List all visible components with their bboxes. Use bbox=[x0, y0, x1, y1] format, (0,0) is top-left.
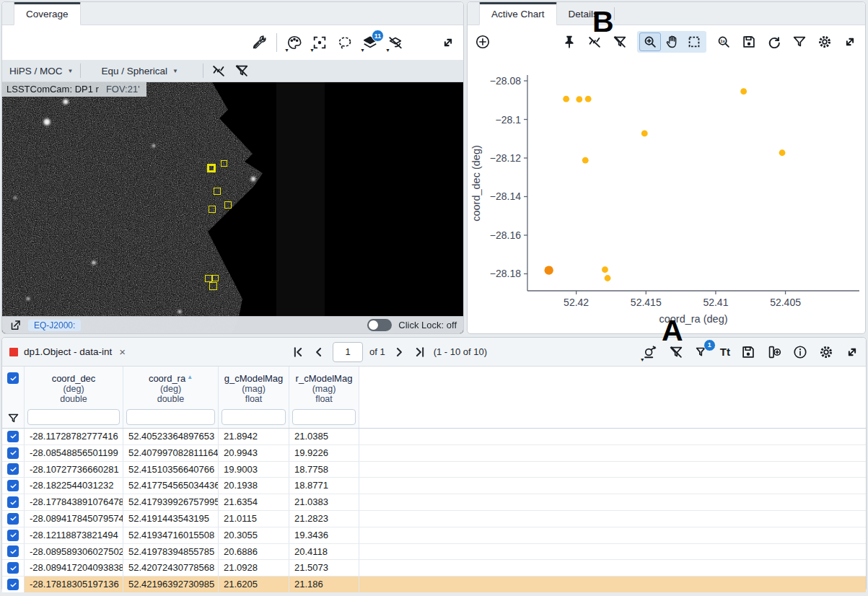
pan-icon[interactable] bbox=[662, 33, 683, 51]
source-marker[interactable] bbox=[209, 206, 216, 213]
projection-dropdown[interactable]: Equ / Spherical ▼ bbox=[101, 66, 177, 76]
row-checkbox[interactable] bbox=[7, 545, 19, 557]
center-on-target-icon[interactable]: ▼ bbox=[312, 35, 328, 51]
color-palette-icon[interactable]: ▼ bbox=[286, 35, 302, 51]
scatter-chart[interactable]: −28.08−28.1−28.12−28.14−28.16−28.18 52.4… bbox=[468, 58, 865, 333]
save-icon[interactable] bbox=[740, 344, 756, 360]
cell-coord_dec: -28.10727736660281 bbox=[25, 462, 123, 478]
first-page-icon[interactable] bbox=[291, 345, 305, 359]
row-checkbox[interactable] bbox=[7, 579, 19, 590]
cell-coord_dec: -28.12118873821494 bbox=[25, 527, 123, 543]
scatter-point[interactable] bbox=[563, 96, 569, 102]
source-marker[interactable] bbox=[221, 160, 227, 167]
subbar-divider bbox=[203, 63, 203, 78]
scatter-point[interactable] bbox=[544, 266, 553, 274]
pin-icon[interactable] bbox=[561, 34, 577, 50]
save-icon[interactable] bbox=[741, 34, 757, 50]
add-column-icon[interactable] bbox=[766, 344, 782, 360]
source-marker[interactable] bbox=[224, 201, 232, 209]
source-marker[interactable] bbox=[209, 282, 217, 290]
add-chart-icon[interactable] bbox=[475, 34, 491, 50]
table-row[interactable]: -28.08941784507957452.419144354319521.01… bbox=[2, 511, 866, 527]
layers-off-icon[interactable]: ▼ bbox=[387, 35, 403, 51]
scatter-point[interactable] bbox=[582, 157, 589, 164]
table-row[interactable]: -28.08958930602750252.4197839485578520.6… bbox=[2, 544, 866, 561]
source-marker[interactable] bbox=[214, 188, 221, 195]
settings-gear-icon[interactable] bbox=[818, 344, 834, 360]
filter-icon[interactable] bbox=[792, 34, 807, 50]
data-products-icon[interactable]: ▼ bbox=[642, 344, 658, 360]
overlay-off-icon[interactable] bbox=[211, 63, 227, 79]
table-row[interactable]: -28.17784389107647852.41793992675799521.… bbox=[2, 494, 866, 511]
expand-icon[interactable] bbox=[844, 344, 860, 360]
filter-off-icon[interactable] bbox=[612, 34, 628, 50]
row-checkbox[interactable] bbox=[7, 431, 19, 442]
restore-icon[interactable] bbox=[766, 34, 782, 50]
column-header-coord_dec[interactable]: coord_dec(deg)double bbox=[25, 367, 123, 408]
tab-active-chart[interactable]: Active Chart bbox=[479, 2, 557, 25]
source-marker[interactable] bbox=[212, 275, 219, 281]
last-page-icon[interactable] bbox=[413, 345, 427, 359]
column-header-r_cModelMag[interactable]: r_cModelMag(mag)float bbox=[289, 367, 359, 408]
filter-icon[interactable] bbox=[7, 412, 19, 424]
expand-icon[interactable] bbox=[842, 34, 858, 50]
filter-input-coord_ra[interactable] bbox=[126, 409, 215, 425]
row-checkbox[interactable] bbox=[7, 372, 19, 384]
table-row[interactable]: -28.08941720409383852.4207243077856821.0… bbox=[2, 560, 866, 577]
data-points[interactable] bbox=[544, 88, 785, 281]
settings-gear-icon[interactable] bbox=[817, 34, 833, 50]
page-input[interactable] bbox=[333, 342, 363, 362]
row-checkbox[interactable] bbox=[7, 530, 19, 541]
info-icon[interactable] bbox=[792, 344, 808, 360]
chevron-down-icon: ▼ bbox=[360, 48, 365, 53]
prev-page-icon[interactable] bbox=[312, 345, 326, 359]
cell-coord_dec: -28.089417845079574 bbox=[25, 511, 123, 527]
scatter-point[interactable] bbox=[740, 88, 747, 95]
zoom-original-icon[interactable]: 1x bbox=[716, 34, 732, 50]
table-row[interactable]: -28.1072773666028152.4151035664076619.90… bbox=[2, 462, 866, 478]
close-icon[interactable]: × bbox=[118, 346, 127, 358]
table-row[interactable]: -28.1781830519713652.4219639273098521.62… bbox=[2, 577, 866, 593]
table-row[interactable]: -28.1172878277741652.4052336489765321.89… bbox=[2, 429, 866, 445]
tab-coverage[interactable]: Coverage bbox=[14, 2, 81, 25]
row-checkbox[interactable] bbox=[7, 447, 19, 459]
column-header-coord_ra[interactable]: coord_ra▲(deg)double bbox=[123, 367, 219, 408]
scatter-point[interactable] bbox=[605, 275, 611, 281]
scatter-point[interactable] bbox=[576, 96, 582, 102]
scatter-point[interactable] bbox=[779, 149, 786, 156]
filter-input-r_cModelMag[interactable] bbox=[292, 409, 356, 425]
source-marker[interactable] bbox=[205, 275, 212, 282]
table-row[interactable]: -28.182254403123252.41775456503443620.19… bbox=[2, 478, 866, 494]
zoom-in-icon[interactable] bbox=[639, 32, 661, 51]
table-row[interactable]: -28.0854885650119952.40799708281116420.9… bbox=[2, 445, 866, 462]
box-select-icon[interactable] bbox=[684, 33, 704, 51]
next-page-icon[interactable] bbox=[392, 345, 406, 359]
table-row[interactable]: -28.1211887382149452.4193471601550820.30… bbox=[2, 527, 866, 544]
row-checkbox[interactable] bbox=[7, 513, 19, 525]
cell-coord_dec: -28.08548856501199 bbox=[25, 445, 123, 461]
row-checkbox[interactable] bbox=[7, 463, 19, 475]
cell-coord_dec: -28.1822544031232 bbox=[25, 478, 123, 494]
filters-applied-icon[interactable]: 1 bbox=[694, 344, 710, 360]
filter-input-g_cModelMag[interactable] bbox=[222, 409, 286, 425]
filter-input-coord_dec[interactable] bbox=[27, 409, 120, 425]
row-checkbox[interactable] bbox=[7, 496, 19, 508]
cell-coord_ra: 52.41934716015508 bbox=[123, 527, 219, 543]
row-checkbox[interactable] bbox=[7, 480, 19, 491]
tools-icon[interactable] bbox=[251, 35, 267, 51]
column-header-g_cModelMag[interactable]: g_cModelMag(mag)float bbox=[219, 367, 289, 408]
filter-off-icon[interactable] bbox=[234, 63, 250, 79]
scatter-point[interactable] bbox=[602, 266, 608, 273]
text-view-icon[interactable]: Tt bbox=[720, 346, 730, 358]
select-region-icon[interactable] bbox=[337, 35, 353, 51]
source-marker[interactable] bbox=[207, 164, 216, 172]
scatter-point[interactable] bbox=[641, 131, 648, 137]
layers-icon[interactable]: 11 ▼ bbox=[362, 35, 378, 51]
hips-moc-dropdown[interactable]: HiPS / MOC ▼ bbox=[9, 66, 73, 76]
scatter-point[interactable] bbox=[585, 96, 592, 102]
click-lock-toggle[interactable] bbox=[367, 319, 392, 331]
external-link-icon[interactable] bbox=[9, 319, 22, 332]
row-checkbox[interactable] bbox=[7, 562, 19, 574]
sky-image-viewer[interactable]: LSSTComCam: DP1 r FOV:21' EQ-J2000: Clic… bbox=[2, 82, 463, 333]
expand-icon[interactable] bbox=[440, 35, 456, 51]
